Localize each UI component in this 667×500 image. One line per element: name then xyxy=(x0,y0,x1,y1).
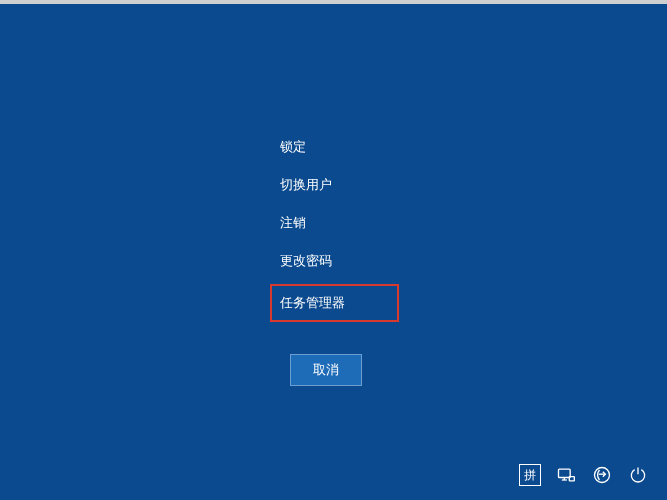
window-top-edge xyxy=(0,0,667,4)
task-manager-option[interactable]: 任务管理器 xyxy=(270,284,399,322)
svg-point-4 xyxy=(595,468,610,483)
svg-rect-0 xyxy=(559,469,571,477)
ime-indicator[interactable]: 拼 xyxy=(519,464,541,486)
lock-option[interactable]: 锁定 xyxy=(280,138,306,156)
network-icon[interactable] xyxy=(555,464,577,486)
sign-out-option[interactable]: 注销 xyxy=(280,214,306,232)
svg-rect-3 xyxy=(569,477,574,481)
switch-user-option[interactable]: 切换用户 xyxy=(280,176,332,194)
cancel-button[interactable]: 取消 xyxy=(290,354,362,386)
change-password-option[interactable]: 更改密码 xyxy=(280,252,332,270)
ease-of-access-icon[interactable] xyxy=(591,464,613,486)
power-icon[interactable] xyxy=(627,464,649,486)
security-options-menu: 锁定 切换用户 注销 更改密码 任务管理器 取消 xyxy=(280,138,399,386)
system-tray: 拼 xyxy=(519,464,649,486)
